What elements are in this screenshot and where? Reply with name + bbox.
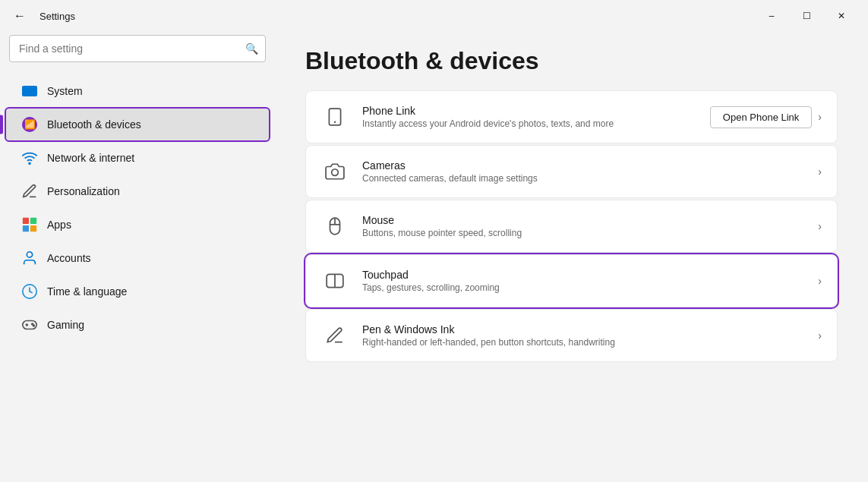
svg-point-14 [332, 169, 339, 176]
chevron-icon-touchpad: › [818, 275, 822, 287]
svg-rect-4 [30, 225, 36, 232]
system-icon [21, 83, 38, 99]
pen-icon [321, 322, 349, 349]
setting-title-phone-link: Phone Link [362, 105, 696, 117]
svg-rect-3 [23, 225, 29, 232]
sidebar-label-apps: Apps [47, 219, 71, 231]
main-content: Bluetooth & devices Phone Link Instantly… [275, 29, 868, 482]
setting-item-cameras[interactable]: Cameras Connected cameras, default image… [305, 145, 838, 198]
sidebar-item-bluetooth[interactable]: 📶 Bluetooth & devices [6, 109, 269, 140]
setting-text-phone-link: Phone Link Instantly access your Android… [362, 105, 696, 129]
sidebar-item-system[interactable]: System [6, 75, 269, 107]
chevron-icon-cameras: › [818, 165, 822, 178]
phone-icon [321, 103, 349, 131]
mouse-action: › [818, 220, 822, 232]
sidebar: 🔍 System 📶 Bluetooth & devices [0, 29, 275, 482]
chevron-icon-pen: › [818, 329, 822, 342]
window-controls: – ☐ ✕ [754, 4, 859, 28]
search-container: 🔍 [9, 35, 266, 62]
setting-desc-cameras: Connected cameras, default image setting… [362, 173, 804, 184]
setting-desc-pen: Right-handed or left-handed, pen button … [362, 337, 804, 348]
svg-point-0 [29, 162, 30, 164]
svg-point-11 [33, 325, 35, 326]
sidebar-label-system: System [47, 85, 83, 97]
setting-text-cameras: Cameras Connected cameras, default image… [362, 159, 804, 184]
touchpad-action: › [818, 275, 822, 287]
minimize-button[interactable]: – [754, 4, 789, 28]
setting-item-pen[interactable]: Pen & Windows Ink Right-handed or left-h… [305, 309, 838, 362]
setting-text-pen: Pen & Windows Ink Right-handed or left-h… [362, 323, 804, 348]
page-title: Bluetooth & devices [305, 29, 838, 90]
sidebar-label-gaming: Gaming [47, 319, 84, 331]
camera-icon [321, 158, 349, 185]
sidebar-label-personalization: Personalization [47, 185, 120, 197]
setting-item-touchpad[interactable]: Touchpad Taps, gestures, scrolling, zoom… [305, 254, 838, 307]
search-input[interactable] [9, 35, 266, 62]
app-body: 🔍 System 📶 Bluetooth & devices [0, 29, 868, 482]
setting-title-mouse: Mouse [362, 214, 804, 226]
sidebar-item-network[interactable]: Network & internet [6, 142, 269, 174]
setting-title-touchpad: Touchpad [362, 269, 804, 281]
accounts-icon [21, 250, 38, 266]
settings-list: Phone Link Instantly access your Android… [305, 90, 838, 362]
sidebar-label-time: Time & language [47, 285, 127, 298]
chevron-icon-phone-link: › [818, 111, 822, 123]
svg-rect-2 [30, 218, 36, 224]
setting-text-touchpad: Touchpad Taps, gestures, scrolling, zoom… [362, 269, 804, 293]
sidebar-label-bluetooth: Bluetooth & devices [47, 118, 141, 131]
setting-text-mouse: Mouse Buttons, mouse pointer speed, scro… [362, 214, 804, 238]
pen-action: › [818, 329, 822, 342]
title-bar-left: ← Settings [9, 6, 75, 26]
setting-desc-mouse: Buttons, mouse pointer speed, scrolling [362, 228, 804, 238]
sidebar-item-apps[interactable]: Apps [6, 209, 269, 241]
personalization-icon [21, 183, 38, 200]
setting-item-phone-link[interactable]: Phone Link Instantly access your Android… [305, 90, 838, 143]
setting-desc-phone-link: Instantly access your Android device's p… [362, 118, 696, 129]
gaming-icon [21, 317, 38, 333]
apps-icon [21, 216, 38, 233]
mouse-icon [321, 213, 349, 240]
maximize-button[interactable]: ☐ [789, 4, 824, 28]
phone-link-action: Open Phone Link › [710, 106, 822, 128]
back-button[interactable]: ← [9, 6, 30, 26]
sidebar-label-network: Network & internet [47, 152, 134, 164]
touchpad-icon [321, 267, 349, 295]
sidebar-item-personalization[interactable]: Personalization [6, 175, 269, 207]
network-icon [21, 150, 38, 166]
time-icon [21, 283, 38, 300]
cameras-action: › [818, 165, 822, 178]
open-phone-link-button[interactable]: Open Phone Link [710, 106, 812, 128]
close-button[interactable]: ✕ [824, 4, 859, 28]
chevron-icon-mouse: › [818, 220, 822, 232]
sidebar-label-accounts: Accounts [47, 252, 91, 264]
setting-item-mouse[interactable]: Mouse Buttons, mouse pointer speed, scro… [305, 200, 838, 253]
bluetooth-icon: 📶 [21, 116, 38, 133]
setting-title-pen: Pen & Windows Ink [362, 323, 804, 336]
title-bar: ← Settings – ☐ ✕ [0, 0, 868, 29]
setting-desc-touchpad: Taps, gestures, scrolling, zooming [362, 282, 804, 293]
svg-point-5 [27, 252, 32, 257]
sidebar-item-accounts[interactable]: Accounts [6, 242, 269, 274]
app-title: Settings [39, 11, 75, 22]
svg-rect-1 [23, 218, 29, 224]
setting-title-cameras: Cameras [362, 159, 804, 172]
sidebar-item-gaming[interactable]: Gaming [6, 309, 269, 341]
sidebar-item-time[interactable]: Time & language [6, 276, 269, 307]
